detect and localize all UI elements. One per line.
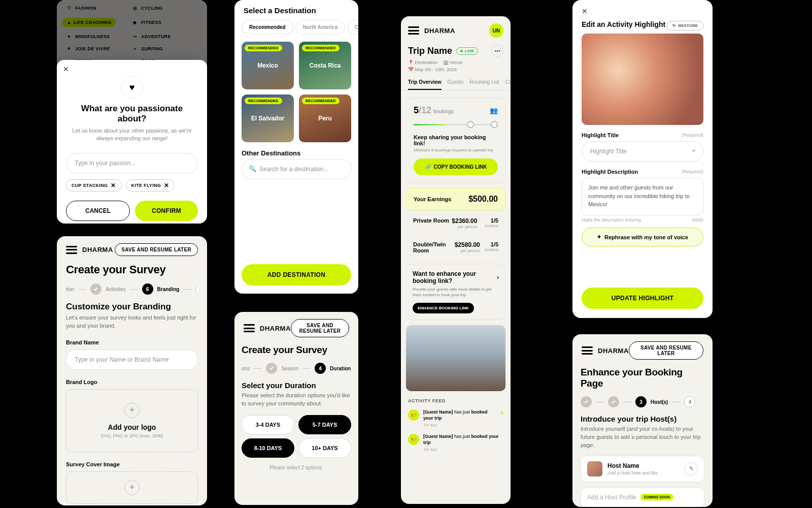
chevron-right-icon[interactable]: › bbox=[497, 274, 499, 281]
step-active: 6 bbox=[142, 283, 153, 295]
stepper: tion Activities 6 Branding 7 Wording bbox=[66, 283, 198, 295]
logo: DHARMA bbox=[424, 27, 455, 35]
enhance-booking-panel: DHARMA SAVE AND RESUME LATER Enhance you… bbox=[572, 334, 713, 507]
dest-costa-rica[interactable]: RECOMMENDEDCosta Rica bbox=[299, 42, 351, 89]
menu-icon[interactable] bbox=[408, 26, 419, 35]
page-title: Create your Survey bbox=[242, 344, 351, 356]
share-message: Keep sharing your booking link! bbox=[414, 134, 498, 146]
chip-cup-stacking[interactable]: CUP STACKING✕ bbox=[66, 179, 122, 192]
heart-icon: ♥ bbox=[121, 76, 143, 99]
tab-central-america[interactable]: Central A bbox=[347, 20, 358, 35]
stepper: ons Season 4 Duration 5 Activities bbox=[242, 363, 351, 374]
tab-trip-overview[interactable]: Trip Overview bbox=[408, 79, 442, 90]
save-resume-button[interactable]: SAVE AND RESUME LATER bbox=[629, 341, 703, 360]
restore-button[interactable]: ↻ RESTORE bbox=[667, 21, 703, 30]
trip-hero-image bbox=[406, 325, 505, 391]
step-done-icon bbox=[581, 396, 592, 407]
avatar[interactable]: UN bbox=[489, 23, 503, 38]
close-icon[interactable]: ✕ bbox=[63, 65, 69, 73]
chip-remove-icon[interactable]: ✕ bbox=[164, 182, 169, 189]
char-count: 0/500 bbox=[692, 217, 703, 223]
close-icon[interactable]: ✕ bbox=[582, 7, 588, 15]
highlight-image[interactable] bbox=[582, 34, 703, 125]
section-subtitle: Let's ensure your survey looks and feels… bbox=[66, 314, 198, 330]
tab-north-america[interactable]: North America bbox=[295, 20, 346, 35]
people-icon: 👥 bbox=[490, 107, 498, 114]
save-resume-button[interactable]: SAVE AND RESUME LATER bbox=[115, 243, 198, 256]
duration-8-10[interactable]: 8-10 DAYS bbox=[242, 438, 294, 458]
section-subtitle: Introduce yourself (and your co-hosts) t… bbox=[581, 425, 704, 450]
highlight-desc-label: Highlight Description bbox=[582, 169, 638, 175]
duration-10-plus[interactable]: 10+ DAYS bbox=[298, 438, 351, 458]
sparkle-icon[interactable]: ✦ bbox=[691, 147, 696, 154]
duration-5-7[interactable]: 5-7 DAYS bbox=[298, 415, 351, 434]
plus-icon: + bbox=[124, 480, 140, 495]
tab-cohosts[interactable]: Co-Hosts bbox=[505, 79, 511, 90]
page-title: Create your Survey bbox=[66, 263, 198, 276]
confirm-button[interactable]: CONFIRM bbox=[135, 201, 198, 221]
destination-panel: Select a Destination Recommended North A… bbox=[234, 0, 358, 294]
rephrase-button[interactable]: ✦Rephrase with my tone of voice bbox=[582, 228, 703, 246]
step-active: 4 bbox=[315, 363, 326, 374]
enhance-link-button[interactable]: ENHANCE BOOKING LINK bbox=[413, 303, 474, 313]
destination-search-input[interactable] bbox=[242, 159, 351, 179]
ticket-icon: 🎫 bbox=[408, 409, 419, 421]
earnings-row: Your Earnings $500.00 bbox=[406, 188, 505, 210]
panel-title: Edit an Activity Highlight bbox=[582, 17, 665, 34]
enhance-card: Want to enhance your booking link?› Prov… bbox=[406, 264, 505, 320]
dest-peru[interactable]: RECOMMENDEDPeru bbox=[299, 94, 351, 142]
highlight-title-input[interactable] bbox=[582, 141, 703, 162]
tab-guests[interactable]: Guests bbox=[448, 79, 464, 90]
feed-item[interactable]: 🎫 [Guest Name] has just booked your trip… bbox=[401, 406, 511, 431]
progress-bar bbox=[414, 122, 498, 127]
update-highlight-button[interactable]: UPDATE HIGHLIGHT bbox=[582, 288, 703, 309]
tab-rooming[interactable]: Rooming List bbox=[469, 79, 499, 90]
step-done-icon bbox=[266, 363, 277, 374]
host-card[interactable]: Host NameAdd a Host Note and Bio ✎ bbox=[581, 456, 704, 482]
logo: DHARMA bbox=[260, 325, 291, 332]
highlight-title-label: Highlight Title bbox=[582, 132, 619, 138]
cancel-button[interactable]: CANCEL bbox=[66, 201, 130, 221]
duration-hint: Please select 2 options. bbox=[234, 465, 358, 470]
tab-recommended[interactable]: Recommended bbox=[242, 20, 293, 35]
feed-item[interactable]: 🎫 [Guest Name] has just booked your trip… bbox=[401, 431, 511, 455]
brand-name-label: Brand Name bbox=[66, 339, 198, 345]
sparkle-icon: ✦ bbox=[597, 234, 601, 240]
step-done-icon bbox=[608, 396, 619, 407]
edit-icon[interactable]: ✎ bbox=[685, 462, 698, 475]
destination-meta: 📍 Destination bbox=[408, 60, 438, 65]
coming-soon-badge: COMING SOON bbox=[640, 494, 673, 500]
room-double[interactable]: Double/Twin Room $2580.00per person 1/5b… bbox=[406, 236, 505, 259]
dest-mexico[interactable]: RECOMMENDEDMexico bbox=[242, 42, 294, 89]
chip-remove-icon[interactable]: ✕ bbox=[111, 182, 116, 189]
menu-icon[interactable] bbox=[582, 346, 593, 355]
highlight-desc-textarea[interactable]: Join me and other guests from our commun… bbox=[582, 178, 703, 215]
dates-meta: 📅 May 5th - 12th, 2024 bbox=[408, 67, 457, 72]
add-destination-button[interactable]: ADD DESTINATION bbox=[242, 264, 351, 285]
copy-link-button[interactable]: 🔗COPY BOOKING LINK bbox=[414, 158, 498, 175]
cover-dropzone[interactable]: + bbox=[66, 471, 198, 504]
logo-dropzone[interactable]: + Add your logo SVG, PNG or JPG (max. 2M… bbox=[66, 389, 198, 452]
passion-input[interactable] bbox=[66, 153, 198, 173]
menu-icon[interactable] bbox=[244, 324, 255, 332]
chip-kite-flying[interactable]: KITE FLYING✕ bbox=[126, 179, 175, 192]
activity-feed-heading: ACTIVITY FEED bbox=[408, 398, 503, 403]
page-title: Enhance your Booking Page bbox=[581, 367, 704, 389]
more-icon[interactable]: ••• bbox=[491, 45, 503, 57]
step-pending: 4 bbox=[684, 396, 695, 407]
save-resume-button[interactable]: SAVE AND RESUME LATER bbox=[291, 319, 349, 337]
brand-name-input[interactable] bbox=[66, 350, 198, 370]
passion-modal: ✕ ♥ What are you passionate about? Let u… bbox=[57, 60, 207, 224]
duration-3-4[interactable]: 3-4 DAYS bbox=[242, 415, 294, 434]
plus-icon: + bbox=[124, 403, 140, 418]
modal-subtitle: Let us know about your other passions, a… bbox=[66, 127, 198, 143]
survey-duration-panel: DHARMA SAVE AND RESUME LATER Create your… bbox=[234, 312, 358, 505]
section-title: Select your Duration bbox=[242, 381, 351, 390]
logo: DHARMA bbox=[82, 246, 113, 253]
trip-title: Trip Name bbox=[408, 46, 452, 56]
dest-el-salvador[interactable]: RECOMMENDEDEl Salvador bbox=[242, 94, 294, 142]
host-avatar bbox=[587, 461, 602, 477]
section-title: Customize your Branding bbox=[66, 302, 198, 312]
menu-icon[interactable] bbox=[66, 246, 77, 254]
room-private[interactable]: Private Room $2360.00per person 1/5booke… bbox=[406, 212, 505, 234]
